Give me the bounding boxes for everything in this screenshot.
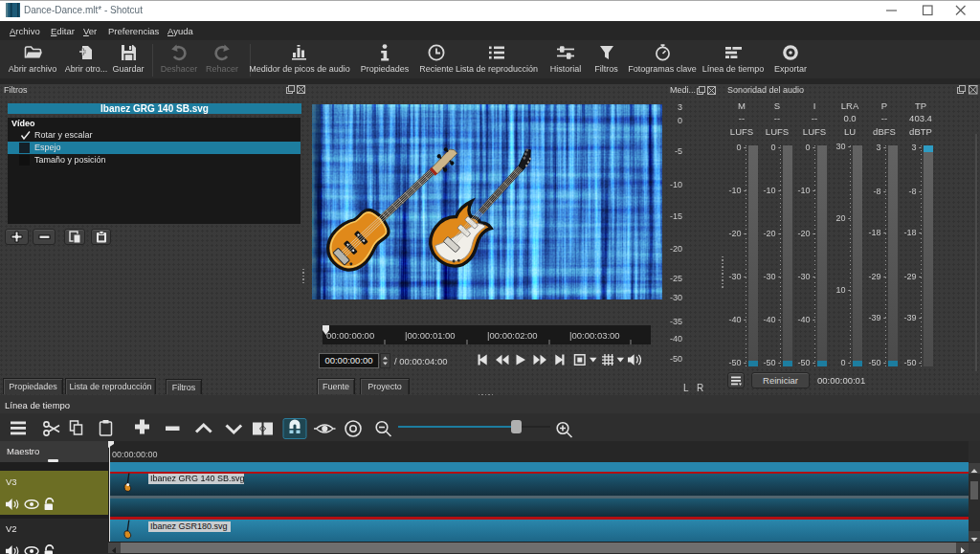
- svg-text:|00:00:02:00: |00:00:02:00: [487, 330, 538, 341]
- svg-text:|00:00:01:00: |00:00:01:00: [405, 330, 456, 341]
- svg-text:00:00:00:00: 00:00:00:00: [326, 330, 374, 341]
- svg-text:|00:00:03:00: |00:00:03:00: [569, 330, 620, 341]
